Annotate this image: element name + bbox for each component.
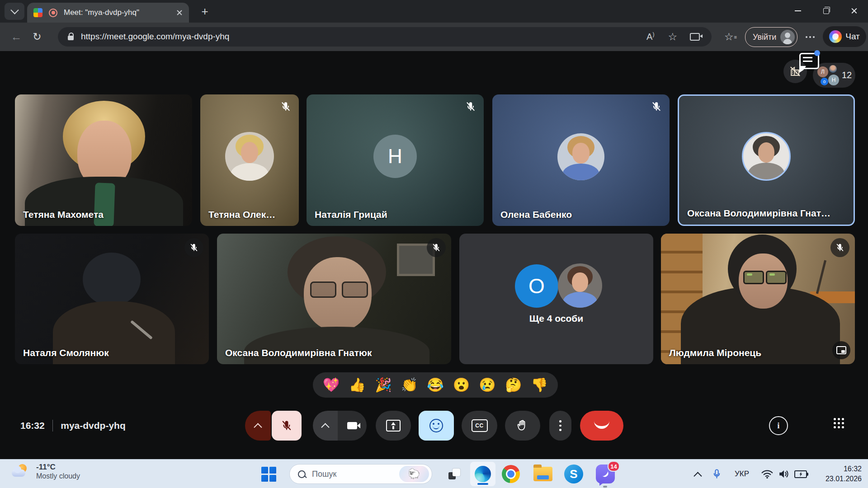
camera-options-button[interactable] <box>313 411 338 441</box>
participant-tile[interactable]: Тетяна Махомета <box>15 94 192 226</box>
camera-permission-icon[interactable] <box>690 33 700 41</box>
chevron-up-icon <box>254 423 262 431</box>
mic-off-icon <box>280 101 292 114</box>
tab-recording-indicator-icon <box>49 9 57 17</box>
picture-in-picture-icon <box>836 346 846 354</box>
more-options-button[interactable] <box>549 411 571 441</box>
taskbar-skype[interactable]: S <box>564 465 583 483</box>
search-input[interactable] <box>311 469 394 479</box>
participant-tile[interactable]: Тетяна Олек… <box>200 94 299 226</box>
window-restore-button[interactable] <box>812 0 840 22</box>
lock-icon <box>68 36 74 40</box>
weather-condition: Mostly cloudy <box>36 472 80 481</box>
tray-overflow-button[interactable] <box>692 469 703 480</box>
raise-hand-button[interactable] <box>505 411 540 441</box>
participant-tile[interactable]: Людмила Міронець <box>661 234 855 364</box>
meeting-info: 16:32 mya-dvdp-yhq <box>20 411 126 441</box>
more-participants-tile[interactable]: О Ще 4 особи <box>459 234 653 364</box>
taskbar-edge-active[interactable] <box>470 462 495 486</box>
copilot-chat-button[interactable]: Чат <box>823 26 866 47</box>
search-icon <box>298 470 306 478</box>
smiley-icon <box>429 419 443 432</box>
participant-tile[interactable]: Олена Бабенко <box>492 94 670 226</box>
chevron-up-icon <box>693 472 702 480</box>
present-icon <box>386 420 401 432</box>
captions-button[interactable]: CC <box>462 411 497 441</box>
mic-options-button[interactable] <box>245 411 271 441</box>
favorites-bar-button[interactable]: ☆≡ <box>721 23 741 51</box>
viber-phone-icon <box>601 469 610 479</box>
participant-tile[interactable]: Наталя Смолянюк <box>15 234 209 364</box>
back-button[interactable]: ← <box>7 23 25 51</box>
new-tab-button[interactable]: + <box>197 4 212 19</box>
task-view-button[interactable] <box>448 469 461 480</box>
weather-temperature: -11°C <box>36 463 80 472</box>
close-icon <box>851 8 858 14</box>
window-minimize-button[interactable] <box>784 0 812 22</box>
tab-title: Meet: "mya-dvdp-yhq" <box>64 8 176 17</box>
copilot-icon <box>829 30 842 43</box>
participant-tile[interactable]: Н Наталія Грицай <box>307 94 484 226</box>
reaction-thumbs-up[interactable]: 👍 <box>349 372 366 398</box>
chevron-down-icon <box>10 6 19 14</box>
start-button[interactable] <box>261 467 276 482</box>
read-aloud-icon[interactable]: A) <box>646 31 654 42</box>
url-text: https://meet.google.com/mya-dvdp-yhq <box>81 32 646 42</box>
reaction-laugh[interactable]: 😂 <box>427 372 443 398</box>
browser-settings-menu-button[interactable] <box>802 23 818 51</box>
mic-off-icon <box>184 238 203 257</box>
camera-icon <box>347 422 357 429</box>
wifi-icon[interactable] <box>760 469 774 479</box>
reaction-thumbs-down[interactable]: 👎 <box>531 372 547 398</box>
participant-name: Людмила Міронець <box>669 347 761 358</box>
reaction-party[interactable]: 🎉 <box>375 372 392 398</box>
reaction-heart[interactable]: 💖 <box>323 372 340 398</box>
reload-button[interactable]: ↻ <box>28 23 46 51</box>
participant-tile[interactable]: Оксана Володимирівна Гнатюк <box>217 234 451 364</box>
tray-clock[interactable]: 16:32 23.01.2026 <box>826 464 862 484</box>
tab-actions-menu-button[interactable] <box>5 3 24 20</box>
weather-widget[interactable]: -11°C Mostly cloudy <box>11 463 80 481</box>
window-close-button[interactable] <box>840 0 868 22</box>
avatar <box>829 65 837 73</box>
sign-in-button[interactable]: Увійти <box>745 27 797 47</box>
profile-avatar-icon <box>780 30 795 44</box>
taskbar-search[interactable]: 🐑 <box>289 464 432 484</box>
battery-charging-icon[interactable] <box>794 469 807 479</box>
reaction-clap[interactable]: 👏 <box>401 372 418 398</box>
picture-in-picture-button[interactable] <box>832 341 850 359</box>
browser-tab-meet[interactable]: Meet: "mya-dvdp-yhq" <box>27 3 189 23</box>
camera-on-button[interactable] <box>338 411 367 441</box>
taskbar-file-explorer[interactable] <box>533 467 552 481</box>
language-indicator[interactable]: УКР <box>731 468 752 480</box>
chat-button[interactable] <box>798 51 820 71</box>
taskbar-viber[interactable]: 14 <box>596 465 615 483</box>
reactions-button-active[interactable] <box>419 411 454 441</box>
more-vert-icon <box>559 420 561 431</box>
favorite-star-icon[interactable]: ☆ <box>668 31 677 43</box>
reaction-surprise[interactable]: 😮 <box>453 372 470 398</box>
present-screen-button[interactable] <box>376 411 411 441</box>
activities-button[interactable] <box>834 418 844 429</box>
tray-microphone-in-use[interactable] <box>711 468 722 481</box>
reaction-cry[interactable]: 😢 <box>479 372 495 398</box>
address-bar[interactable]: https://meet.google.com/mya-dvdp-yhq A) … <box>58 27 712 47</box>
participant-tile-active-speaker[interactable]: Оксана Володимирівна Гнат… <box>678 94 855 226</box>
mic-icon <box>713 469 721 480</box>
avatar <box>557 133 604 180</box>
search-highlight-image[interactable]: 🐑 <box>399 466 429 482</box>
taskbar-chrome[interactable] <box>502 465 520 483</box>
volume-icon[interactable] <box>778 469 790 479</box>
windows-taskbar: -11°C Mostly cloudy 🐑 S 14 УКР <box>0 459 868 488</box>
end-call-icon <box>594 420 609 429</box>
participant-name: Оксана Володимирівна Гнатюк <box>225 347 372 358</box>
tab-close-icon[interactable] <box>176 9 183 16</box>
hand-icon <box>516 419 529 432</box>
meeting-details-button[interactable]: i <box>769 416 788 435</box>
mic-muted-button[interactable] <box>272 411 302 441</box>
divider <box>52 420 53 432</box>
leave-call-button[interactable] <box>580 411 623 441</box>
reaction-thinking[interactable]: 🤔 <box>505 372 522 398</box>
participant-name: Тетяна Махомета <box>23 209 104 220</box>
participant-name: Оксана Володимирівна Гнат… <box>687 208 830 219</box>
